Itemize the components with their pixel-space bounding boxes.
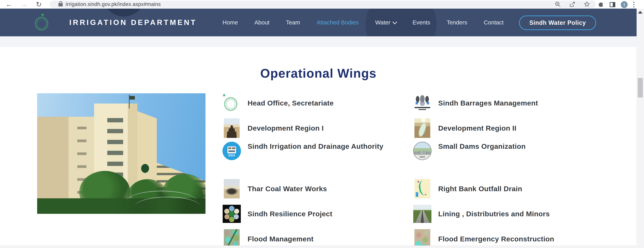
lock-icon[interactable] xyxy=(58,3,63,6)
wing-label: Sindh Resilience Project xyxy=(248,209,332,218)
sida-logo-icon: SIDA xyxy=(222,142,241,160)
wing-link-flood-emergency[interactable]: Flood Emergency Reconstruction xyxy=(413,226,638,248)
back-button[interactable]: ← xyxy=(3,0,15,8)
building-emblem xyxy=(141,164,149,173)
wing-link-barrages[interactable]: Sindh Barrages Management xyxy=(413,90,638,116)
site-title: IRRIGATION DEPARTMENT xyxy=(69,8,197,36)
nav-link-contact[interactable]: Contact xyxy=(484,19,504,26)
page-title: Operational Wings xyxy=(0,66,637,80)
extensions-puzzle-icon[interactable] xyxy=(598,1,604,8)
wing-link-resilience[interactable]: Sindh Resilience Project xyxy=(222,201,407,226)
nav-link-about[interactable]: About xyxy=(254,19,269,26)
drain-map-icon xyxy=(414,179,430,198)
bookmark-star-icon[interactable] xyxy=(584,1,590,8)
wing-label: Development Region II xyxy=(438,124,516,133)
navbar-sub-strip xyxy=(0,36,637,47)
forward-button[interactable]: → xyxy=(18,0,30,8)
nav-link-tenders[interactable]: Tenders xyxy=(446,19,467,26)
scroll-up-arrow-icon[interactable] xyxy=(638,11,642,14)
sindh-water-policy-button[interactable]: Sindh Water Policy xyxy=(519,16,596,30)
wing-label: Small Dams Organization xyxy=(438,142,526,151)
zoom-icon[interactable] xyxy=(554,1,561,8)
nav-link-events[interactable]: Events xyxy=(412,19,430,26)
wing-label: Sindh Irrigation and Drainage Authority xyxy=(248,142,384,151)
wing-label: Head Office, Secretariate xyxy=(248,98,334,108)
wing-link-small-dams[interactable]: SDO Small Dams Organization xyxy=(413,141,638,176)
horizontal-scrollbar[interactable] xyxy=(0,246,637,248)
wing-link-development-region-2[interactable]: Development Region II xyxy=(413,116,638,141)
nav-link-attached-bodies[interactable]: Attached Bodies xyxy=(316,19,359,26)
lined-canal-photo-icon xyxy=(413,205,432,223)
site-navbar: ★ IRRIGATION DEPARTMENT Home About Team … xyxy=(0,8,637,36)
main-nav: Home About Team Attached Bodies Water Ev… xyxy=(222,8,504,36)
wing-link-rbod[interactable]: Right Bank Outfall Drain xyxy=(413,176,638,201)
sidebar-panel-icon[interactable] xyxy=(609,1,616,8)
nav-link-water[interactable]: Water xyxy=(375,19,396,26)
wing-label: Right Bank Outfall Drain xyxy=(438,184,522,194)
canal-steps-photo-icon xyxy=(224,118,240,138)
wing-link-flood-management[interactable]: Flood Management xyxy=(222,226,407,248)
wing-label: Flood Management xyxy=(248,234,314,244)
nav-link-team[interactable]: Team xyxy=(286,19,300,26)
chevron-down-icon xyxy=(392,20,397,24)
satellite-map-icon xyxy=(414,229,430,248)
nav-link-home[interactable]: Home xyxy=(222,19,238,26)
wing-label: Development Region I xyxy=(248,124,324,133)
omnibox-icons xyxy=(554,1,590,8)
reload-button[interactable]: ↻ xyxy=(33,0,44,8)
sindh-crest-icon: ★ xyxy=(35,14,50,31)
wing-label: Flood Emergency Reconstruction xyxy=(438,234,554,244)
dam-seal-icon: SDO xyxy=(413,142,432,160)
wing-label: Lining , Distributries and Minors xyxy=(438,209,550,218)
share-icon[interactable] xyxy=(569,1,576,8)
river-aerial-photo-icon xyxy=(414,118,430,138)
profile-avatar[interactable]: i xyxy=(621,1,628,8)
toolbar-extensions-area: i xyxy=(598,1,635,8)
browser-window: ← → ↻ irrigation.sindh.gov.pk/index.aspx… xyxy=(0,0,644,248)
scrollbar-thumb[interactable] xyxy=(638,78,643,98)
barrages-emblem-icon xyxy=(413,94,432,112)
wing-label: Sindh Barrages Management xyxy=(438,98,538,108)
wings-column-right: Sindh Barrages Management Development Re… xyxy=(413,90,638,248)
wing-link-lining[interactable]: Lining , Distributries and Minors xyxy=(413,201,638,226)
sindh-government-logo[interactable]: ★ xyxy=(35,14,50,31)
wings-column-left: ★ Head Office, Secretariate Development … xyxy=(222,90,407,248)
sindh-crest-icon: ★ xyxy=(224,94,239,112)
flag xyxy=(130,96,135,100)
url-text: irrigation.sindh.gov.pk/index.aspx#mains xyxy=(66,1,554,7)
vertical-scrollbar[interactable] xyxy=(636,8,644,248)
wing-link-head-office[interactable]: ★ Head Office, Secretariate xyxy=(222,90,407,116)
wing-link-thar-coal[interactable]: Thar Coal Water Works xyxy=(222,176,407,201)
desert-photo-icon xyxy=(224,179,240,198)
address-bar[interactable]: irrigation.sindh.gov.pk/index.aspx#mains xyxy=(50,1,596,8)
wing-link-development-region-1[interactable]: Development Region I xyxy=(222,116,407,141)
wing-label: Thar Coal Water Works xyxy=(248,184,327,194)
petal-collage-logo-icon xyxy=(223,205,241,223)
wing-link-sida[interactable]: SIDA Sindh Irrigation and Drainage Autho… xyxy=(222,141,407,176)
satellite-map-icon xyxy=(224,229,240,248)
chrome-menu-icon[interactable] xyxy=(632,1,635,8)
secretariat-building-photo xyxy=(37,93,206,214)
browser-toolbar: ← → ↻ irrigation.sindh.gov.pk/index.aspx… xyxy=(0,0,644,8)
